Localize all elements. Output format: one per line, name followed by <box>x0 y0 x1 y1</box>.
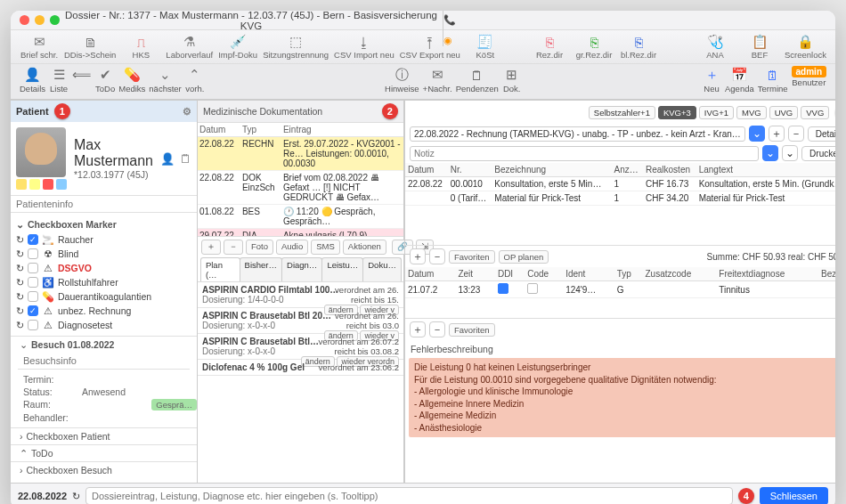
med-item[interactable]: Diclofenac 4 % 100g Gelverordnet am 23.0… <box>198 360 403 376</box>
tb-details[interactable]: 👤Details <box>20 66 45 93</box>
tb-prev[interactable]: ⌃vorh. <box>185 66 205 93</box>
insurance-pill[interactable]: Selbstzahler+1 <box>589 106 655 119</box>
tb-nachr[interactable]: ✉︎+Nachr. <box>423 66 452 93</box>
marker-checkbox[interactable] <box>28 320 38 330</box>
add-button[interactable]: ＋ <box>201 240 221 255</box>
tb-bef[interactable]: 📋BEF <box>740 34 779 60</box>
code-sel[interactable] <box>527 283 538 294</box>
tb-impf[interactable]: 💉Impf-Doku <box>218 34 257 60</box>
med-item[interactable]: ASPIRIN C Brausetabl Btl 20…Dosierung: x… <box>198 308 403 334</box>
service-row[interactable]: 0 (Tarif…Material für Prick-Test1CHF 34.… <box>405 191 835 206</box>
med-tab[interactable]: Plan (… <box>200 257 240 281</box>
tb-back[interactable]: ⟸ <box>72 66 92 93</box>
tb-rez[interactable]: ⎘Rez.dir <box>530 34 569 60</box>
tb-benutzer[interactable]: admin Benutzer <box>792 66 826 93</box>
tb-termine[interactable]: 🗓Termine <box>758 66 788 93</box>
med-item[interactable]: ASPIRIN C Brausetabl Btl…Dosierung: x-0-… <box>198 334 403 360</box>
insurance-pill[interactable]: IVG+1 <box>699 106 734 119</box>
marker-checkbox[interactable]: ✓ <box>28 234 38 245</box>
window-close[interactable] <box>20 15 29 25</box>
note-icon[interactable]: 🗒 <box>180 152 191 166</box>
marker-row[interactable]: ↻♿Rollstuhlfahrer <box>16 275 191 289</box>
section-marker[interactable]: ⌄Checkboxen Marker <box>16 216 191 232</box>
clock-icon[interactable]: ↻ <box>72 491 80 502</box>
global-search-input[interactable] <box>85 487 733 504</box>
gespraech-chip[interactable]: Gesprä… <box>151 399 197 411</box>
section-besuch[interactable]: ⌄Besuch 01.08.2022 <box>11 336 197 353</box>
marker-row[interactable]: ↻⚠DSGVO <box>16 261 191 275</box>
marker-checkbox[interactable] <box>28 291 38 302</box>
doc-row[interactable]: 22.08.22RECHNErst. 29.07.2022 - KVG2001 … <box>198 137 403 171</box>
remove-invoice[interactable]: － <box>788 126 804 142</box>
med-tab[interactable]: Diagn… <box>281 257 322 281</box>
tb-ana[interactable]: 🩺ANA <box>696 34 735 60</box>
tb-pendenzen[interactable]: 🗒Pendenzen <box>456 66 499 93</box>
fav2-button[interactable]: Favoriten <box>449 323 495 337</box>
tb-liste[interactable]: ☰Liste <box>49 66 69 93</box>
gear-icon[interactable]: ⚙︎ <box>183 106 191 118</box>
section-chk-patient[interactable]: ›Checkboxen Patient <box>11 427 197 444</box>
doc-row[interactable]: 01.08.22BES🕐 11:20 🟡 Gespräch, Gespräch… <box>198 205 403 229</box>
tb-next[interactable]: ⌄nächster <box>149 66 181 93</box>
foto-button[interactable]: Foto <box>246 240 273 255</box>
tb-neu[interactable]: ＋Neu <box>702 66 721 93</box>
marker-row[interactable]: ↻✓⚠unbez. Rechnung <box>16 304 191 318</box>
tb-brief[interactable]: ✉︎Brief schr. <box>20 34 59 60</box>
notiz-input[interactable] <box>410 146 759 161</box>
tb-dok[interactable]: ⊞Dok. <box>502 66 522 93</box>
tb-ddis[interactable]: 🗎DDis->Schein <box>64 34 116 60</box>
tb-hks[interactable]: ⎍HKS <box>121 34 160 60</box>
tb-sitzung[interactable]: ⬚Sitzungstrennung <box>263 34 329 60</box>
insurance-pill[interactable]: KVG+3 <box>658 106 696 119</box>
fav-button[interactable]: Favoriten <box>449 250 495 264</box>
op-button[interactable]: OP planen <box>499 250 549 264</box>
aktionen-button[interactable]: Aktionen <box>343 240 386 255</box>
marker-row[interactable]: ↻☢Blind <box>16 247 191 261</box>
invoice-select[interactable]: 22.08.2022 - Rechnung (TARMED-KVG) - una… <box>410 126 745 142</box>
tb-mediks[interactable]: 💊Mediks <box>118 66 145 93</box>
window-minimize[interactable] <box>35 15 45 25</box>
tb-grrez[interactable]: ⎘gr.Rez.dir <box>574 34 614 60</box>
doc-row[interactable]: 22.08.22DOK EinzSchBrief vom 02.08.2022 … <box>198 171 403 205</box>
srv-add[interactable]: ＋ <box>410 248 426 264</box>
med-tab[interactable]: Bisher… <box>240 257 282 281</box>
med-tab[interactable]: Doku… <box>362 257 402 281</box>
tb-blrez[interactable]: ⎘bl.Rez.dir <box>619 34 658 60</box>
sms-button[interactable]: SMS <box>311 240 340 255</box>
med-tab[interactable]: Leistu… <box>321 257 363 281</box>
audio-button[interactable]: Audio <box>276 240 308 255</box>
ddi-checkbox[interactable] <box>498 283 508 294</box>
diag-row[interactable]: 21.07.213:23 124'9…G Tinnitus <box>405 281 835 298</box>
marker-row[interactable]: ↻💊Dauerantikoagulantien <box>16 289 191 304</box>
drucken-button[interactable]: Drucken <box>801 146 835 161</box>
besuchinfo-input[interactable] <box>18 353 190 370</box>
section-chk-besuch[interactable]: ›Checkboxen Besuch <box>11 461 197 478</box>
marker-checkbox[interactable] <box>28 277 38 288</box>
insurance-pill[interactable]: UVG <box>769 106 799 119</box>
details-button[interactable]: Details <box>808 126 835 142</box>
window-zoom[interactable] <box>50 15 60 25</box>
med-item[interactable]: ASPIRIN CARDIO Filmtabl 100…Dosierung: 1… <box>198 282 403 308</box>
dropdown-icon[interactable]: ⌄ <box>749 126 765 142</box>
tb-hinweise[interactable]: ⓘHinweise <box>385 66 419 93</box>
marker-checkbox[interactable] <box>28 248 38 259</box>
marker-checkbox[interactable] <box>28 263 38 273</box>
marker-row[interactable]: ↻✓🚬Raucher <box>16 232 191 247</box>
patient-tab[interactable]: Patient 1 ⚙︎ <box>11 101 197 122</box>
insurance-pill[interactable]: VVG <box>801 106 829 119</box>
remove-button[interactable]: － <box>224 240 243 255</box>
tb-agenda[interactable]: 📅Agenda <box>725 66 754 93</box>
tb-labor[interactable]: ⚗︎Laborverlauf <box>166 34 213 60</box>
note-something[interactable]: ⌄ <box>782 145 798 161</box>
note-color-icon[interactable]: ⌄ <box>762 145 778 161</box>
tb-kost[interactable]: 🧾KöSt <box>466 34 505 60</box>
marker-checkbox[interactable]: ✓ <box>28 305 38 316</box>
patientinfo-input[interactable] <box>11 195 197 213</box>
diag-remove[interactable]: － <box>429 321 445 337</box>
insurance-pill[interactable]: MVG <box>736 106 767 119</box>
diag-add[interactable]: ＋ <box>410 321 426 337</box>
section-todo[interactable]: ⌃ToDo <box>11 444 197 461</box>
srv-remove[interactable]: － <box>429 248 445 264</box>
tb-screenlock[interactable]: 🔒Screenlock <box>785 34 826 60</box>
contact-card-icon[interactable]: 👤 <box>160 152 175 166</box>
